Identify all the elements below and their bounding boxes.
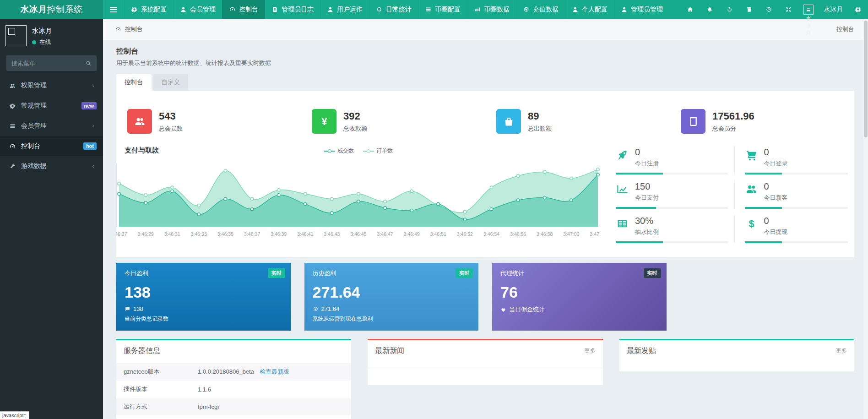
- gears-icon: [9, 103, 16, 109]
- nav-item-admin-mgmt[interactable]: 管理员管理: [614, 0, 669, 19]
- fullscreen-button[interactable]: [779, 0, 798, 19]
- nav-item-member-mgmt[interactable]: 会员管理: [173, 0, 222, 19]
- nav-item-daily-stats[interactable]: 日常统计: [369, 0, 418, 19]
- content: 控制台 用于展示当前系统中的统计数据、统计报表及重要实时数据 控制台 自定义 5…: [103, 40, 868, 419]
- legend-item-orders[interactable]: 订单数: [363, 147, 393, 155]
- clear-cache-button[interactable]: [739, 0, 759, 19]
- nav-item-coin-data[interactable]: 币圈数据: [467, 0, 516, 19]
- bell-icon: [706, 6, 713, 13]
- row-label: 插件版本: [116, 381, 190, 398]
- check-latest-link[interactable]: 检查最新版: [260, 368, 289, 375]
- username-label: 水冰月: [824, 5, 843, 14]
- card-description: 当前分类总记录数: [125, 315, 282, 323]
- mini-label: 今日支付: [635, 194, 659, 202]
- nav-item-coin-config[interactable]: 币圈配置: [418, 0, 467, 19]
- sidebar-item-label: 常规管理: [21, 102, 76, 110]
- mini-stat-today-register: 0 今日注册: [614, 146, 734, 174]
- sidebar-item-general[interactable]: 常规管理 new: [0, 96, 103, 116]
- stat-total-members: 543 总会员数: [116, 109, 301, 134]
- home-icon: [687, 6, 694, 13]
- card-today-profit: 今日盈利 实时 138 138 当前分类总记录数: [116, 263, 291, 331]
- user-menu[interactable]: 水冰月: [818, 0, 848, 19]
- dashboard-icon: [115, 26, 121, 33]
- sidebar-item-dashboard[interactable]: 控制台 hot: [0, 136, 103, 156]
- sidebar-item-label: 权限管理: [21, 82, 85, 90]
- more-link[interactable]: 更多: [836, 347, 847, 355]
- sidebar-menu: 权限管理 常规管理 new 会员管理 控制台 hot 游戏数据: [0, 76, 103, 176]
- sidebar-item-members[interactable]: 会员管理: [0, 116, 103, 136]
- mini-label: 今日新客: [764, 194, 788, 202]
- sidebar: 水冰月 在线 权限管理 常规管理 new 会员管理 控制台: [0, 19, 103, 419]
- row-label: gznetceo版本: [116, 363, 190, 381]
- sidebar-avatar[interactable]: [5, 25, 27, 46]
- chart-plot-area: 3:46:273:46:293:46:313:46:333:46:353:46:…: [116, 158, 601, 239]
- nav-item-label: 管理员管理: [631, 5, 663, 14]
- nav-item-admin-log[interactable]: 管理员日志: [265, 0, 320, 19]
- chart-section: 支付与取款 成交数: [116, 146, 854, 249]
- scrollbar-thumb[interactable]: [864, 21, 868, 137]
- user-icon: [327, 6, 334, 13]
- panel-header: 最新发贴 更多: [619, 340, 854, 360]
- empty-card-slot: [680, 263, 855, 331]
- mini-progress: [616, 241, 728, 243]
- mini-progress: [745, 241, 848, 243]
- book-icon: [681, 109, 705, 134]
- nav-item-label: 控制台: [239, 5, 258, 14]
- nav-item-recharge-data[interactable]: 充值数据: [516, 0, 565, 19]
- legend-item-deals[interactable]: 成交数: [324, 147, 354, 155]
- user-icon: [572, 6, 579, 13]
- legend-label: 成交数: [337, 147, 354, 155]
- table-row: gznetceo版本 1.0.0.20180806_beta检查最新版: [116, 363, 351, 381]
- card-value: 271.64: [313, 283, 471, 301]
- notifications-button[interactable]: [700, 0, 720, 19]
- history-button[interactable]: [759, 0, 779, 19]
- fullscreen-icon: [785, 6, 792, 13]
- dollar-icon: [745, 217, 758, 236]
- mini-stat-today-withdraw: 0 今日提现: [734, 215, 855, 243]
- broken-image-icon: [803, 5, 814, 15]
- nav-item-personal-config[interactable]: 个人配置: [565, 0, 614, 19]
- money-icon: [313, 306, 319, 312]
- card-title: 代理统计: [500, 269, 658, 278]
- page-subtitle: 用于展示当前系统中的统计数据、统计报表及重要实时数据: [116, 59, 854, 67]
- settings-button[interactable]: [848, 0, 868, 19]
- home-button[interactable]: [680, 0, 700, 19]
- row-value: 1.1.6: [190, 381, 351, 398]
- chevron-left-icon: [90, 163, 97, 170]
- nav-item-dashboard[interactable]: 控制台: [222, 0, 265, 19]
- chevron-left-icon: [90, 123, 97, 130]
- nav-item-label: 币圈数据: [484, 5, 510, 14]
- card-title: 历史盈利: [313, 269, 471, 278]
- sidebar-item-permissions[interactable]: 权限管理: [0, 76, 103, 96]
- sidebar-item-game-data[interactable]: 游戏数据: [0, 156, 103, 176]
- search-input[interactable]: [6, 56, 80, 71]
- mini-stat-today-login: 0 今日登录: [734, 146, 855, 174]
- search-button[interactable]: [80, 55, 97, 71]
- tab-custom[interactable]: 自定义: [153, 74, 189, 91]
- mini-label: 抽水比例: [635, 228, 659, 236]
- more-link[interactable]: 更多: [585, 347, 596, 355]
- users-icon: [745, 183, 758, 202]
- mini-value: 0: [764, 147, 788, 158]
- nav-item-system-config[interactable]: 系统配置: [124, 0, 173, 19]
- table-row: 插件版本 1.1.6: [116, 381, 351, 398]
- mini-label: 今日提现: [764, 228, 788, 236]
- users-icon: [9, 82, 16, 89]
- breadcrumb-left[interactable]: 控制台: [125, 25, 143, 33]
- mini-progress: [616, 207, 728, 209]
- nav-item-user-ops[interactable]: 用户运作: [320, 0, 369, 19]
- hot-badge: hot: [83, 142, 97, 150]
- stat-value: 392: [343, 110, 367, 122]
- stat-value: 543: [159, 110, 183, 122]
- sidebar-toggle-button[interactable]: [103, 0, 124, 19]
- refresh-button[interactable]: [720, 0, 739, 19]
- mini-label: 今日注册: [635, 159, 659, 168]
- user-avatar[interactable]: 水冰月: [798, 0, 818, 19]
- search-icon: [85, 60, 92, 67]
- vertical-scrollbar[interactable]: [863, 19, 868, 419]
- tab-dashboard[interactable]: 控制台: [116, 74, 152, 91]
- user-icon: [180, 6, 187, 13]
- brand-logo[interactable]: 水冰月控制系统: [0, 0, 103, 19]
- row-value: fpm-fcgi: [190, 398, 351, 415]
- mini-stat-pump-ratio: 30% 抽水比例: [614, 215, 734, 243]
